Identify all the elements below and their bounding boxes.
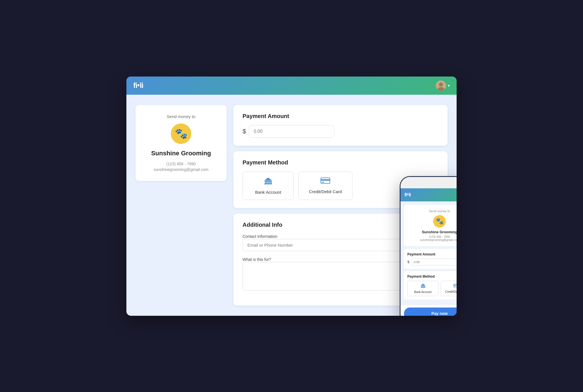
svg-rect-26 xyxy=(453,285,457,286)
mobile-credit-card-label: Credit/Debit Card xyxy=(445,290,457,293)
bank-icon xyxy=(264,177,272,187)
mobile-logo: fili xyxy=(405,192,411,197)
amount-input[interactable] xyxy=(249,125,334,138)
mobile-payment-method-panel: Payment Method xyxy=(404,271,457,300)
mobile-business-email: sunshinegrooming@gmail.com xyxy=(408,238,457,242)
mobile-bank-account-button[interactable]: Bank Account xyxy=(407,281,438,296)
svg-rect-19 xyxy=(422,286,422,287)
svg-rect-5 xyxy=(266,181,267,183)
bank-account-button[interactable]: Bank Account xyxy=(243,172,294,200)
svg-rect-23 xyxy=(420,287,425,288)
mobile-payment-method-title: Payment Method xyxy=(407,275,457,278)
logo: fili xyxy=(133,81,143,90)
payment-method-title: Payment Method xyxy=(243,159,438,166)
mobile-dollar-sign: $ xyxy=(407,260,409,264)
contact-label: Contact Information xyxy=(243,234,277,239)
dollar-sign: $ xyxy=(243,128,246,135)
mobile-send-label: Send money to xyxy=(408,209,457,213)
paw-icon: 🐾 xyxy=(171,123,191,144)
mobile-mockup: fili ▾ Send money t xyxy=(400,176,457,316)
credit-card-button[interactable]: Credit/Debit Card xyxy=(298,172,352,200)
svg-marker-10 xyxy=(264,178,272,180)
svg-rect-20 xyxy=(423,286,423,287)
mobile-business-name: Sunshine Grooming xyxy=(408,230,457,234)
header-right: ▾ xyxy=(436,81,450,91)
svg-rect-4 xyxy=(265,181,266,183)
mobile-payment-amount-panel: Payment Amount $ xyxy=(404,249,457,269)
mobile-credit-card-icon xyxy=(453,283,457,289)
header: fili ▾ xyxy=(126,77,457,95)
mobile-paw-icon: 🐾 xyxy=(433,215,446,228)
svg-rect-9 xyxy=(264,183,272,184)
svg-rect-27 xyxy=(454,286,455,287)
send-to-label: Send money to xyxy=(143,114,219,119)
business-email: sunshinegrooming@gmail.com xyxy=(143,167,219,172)
svg-point-1 xyxy=(439,82,443,86)
bank-account-label: Bank Account xyxy=(255,190,281,195)
svg-rect-7 xyxy=(269,181,270,183)
mobile-amount-input[interactable] xyxy=(411,259,457,265)
mobile-header: fili ▾ xyxy=(401,188,457,201)
payment-amount-panel: Payment Amount $ xyxy=(233,105,447,146)
svg-rect-21 xyxy=(424,286,424,287)
avatar[interactable] xyxy=(436,81,446,91)
mobile-bank-account-label: Bank Account xyxy=(414,290,432,294)
mobile-bank-icon xyxy=(420,283,426,289)
svg-rect-13 xyxy=(322,182,324,183)
mobile-payment-amount-title: Payment Amount xyxy=(407,252,457,256)
payment-amount-title: Payment Amount xyxy=(243,113,438,119)
mobile-method-options: Bank Account Credit/Debit Card xyxy=(407,281,457,296)
browser-window: fili ▾ Send money to 🐾 Sunshine Grooming… xyxy=(126,77,457,316)
mobile-top-bar xyxy=(401,177,457,188)
svg-rect-8 xyxy=(271,181,272,183)
credit-card-icon xyxy=(321,177,330,186)
business-phone: (123) 456 - 7890 xyxy=(143,162,219,166)
svg-rect-17 xyxy=(421,285,425,286)
main-content: Send money to 🐾 Sunshine Grooming (123) … xyxy=(126,95,457,316)
mobile-send-card: Send money to 🐾 Sunshine Grooming (123) … xyxy=(404,205,457,246)
svg-rect-18 xyxy=(421,286,422,287)
mobile-business-phone: (123) 456 - 7890 xyxy=(408,235,457,238)
business-name: Sunshine Grooming xyxy=(143,150,219,157)
credit-card-label: Credit/Debit Card xyxy=(309,189,342,194)
mobile-body: Send money to 🐾 Sunshine Grooming (123) … xyxy=(401,201,457,305)
svg-rect-22 xyxy=(424,286,425,287)
svg-rect-6 xyxy=(268,181,269,183)
pay-now-button[interactable]: Pay now xyxy=(404,308,457,316)
purpose-label: What is this for? xyxy=(243,257,271,262)
mobile-amount-row: $ xyxy=(407,259,457,265)
send-money-card: Send money to 🐾 Sunshine Grooming (123) … xyxy=(136,105,227,181)
svg-marker-24 xyxy=(421,284,425,285)
chevron-down-icon[interactable]: ▾ xyxy=(448,83,450,88)
amount-row: $ xyxy=(243,125,438,138)
svg-rect-12 xyxy=(321,179,330,181)
svg-rect-3 xyxy=(264,181,272,181)
mobile-credit-card-button[interactable]: Credit/Debit Card xyxy=(441,281,457,296)
